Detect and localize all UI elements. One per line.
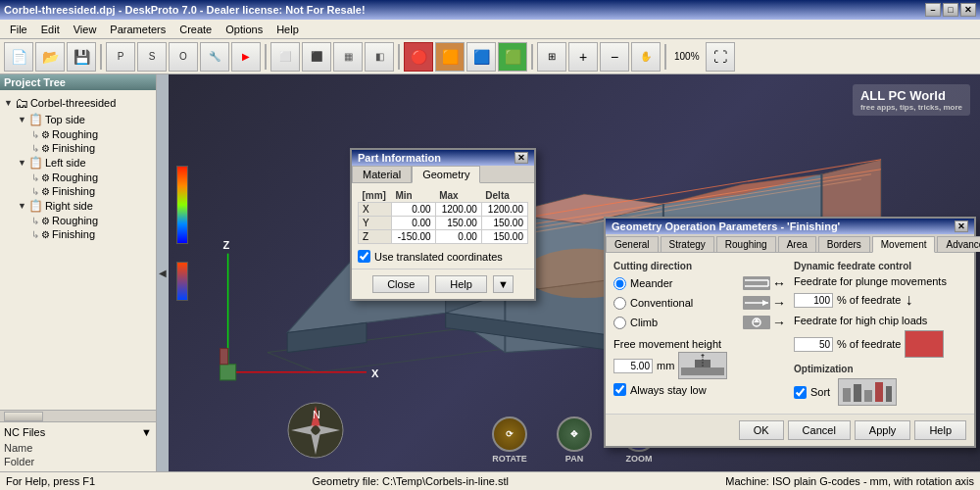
top-side-expand[interactable]: ▼: [18, 115, 26, 124]
table-row-y: Y 0.00 150.00 150.00: [359, 217, 528, 230]
side-button[interactable]: S: [137, 42, 167, 72]
tree-right-roughing[interactable]: ↳ ⚙ Roughing: [4, 214, 152, 227]
tree-root[interactable]: ▼ 🗂 Corbel-threesided: [4, 94, 152, 112]
tree-left-side[interactable]: ▼ 📋 Left side: [4, 155, 152, 171]
geom-tab-movement[interactable]: Movement: [872, 236, 936, 253]
tree-left-finishing[interactable]: ↳ ⚙ Finishing: [4, 184, 152, 198]
geom-ok-btn[interactable]: OK: [739, 420, 784, 440]
tree-top-finishing[interactable]: ↳ ⚙ Finishing: [4, 141, 152, 155]
geometry-file: Geometry file: C:\Temp\Corbels-in-line.s…: [312, 475, 509, 487]
plunge-input[interactable]: [794, 293, 833, 308]
render-btn3[interactable]: 🟦: [466, 42, 496, 72]
optimization-section: Optimization Sort: [794, 364, 966, 406]
hscroll-thumb[interactable]: [4, 412, 43, 421]
tab-material[interactable]: Material: [352, 166, 412, 182]
zoom-out[interactable]: −: [600, 42, 629, 72]
render-btn1[interactable]: 🔴: [404, 42, 433, 72]
part-info-buttons: Close Help ▼: [352, 269, 534, 299]
sidebar-collapse[interactable]: ◀: [157, 74, 169, 471]
part-info-dropdown-btn[interactable]: ▼: [493, 275, 514, 293]
meander-radio[interactable]: [613, 277, 626, 290]
root-expand[interactable]: ▼: [4, 98, 13, 108]
new-button[interactable]: 📄: [4, 42, 33, 72]
svg-text:Z: Z: [223, 239, 230, 251]
minimize-button[interactable]: –: [925, 3, 941, 17]
cutting-dir-label: Cutting direction: [613, 261, 786, 271]
pan-button[interactable]: ✥: [557, 416, 592, 452]
part-info-help-btn[interactable]: Help: [435, 275, 487, 293]
svg-rect-58: [875, 382, 883, 402]
tree-left-roughing[interactable]: ↳ ⚙ Roughing: [4, 171, 152, 184]
menu-file[interactable]: File: [4, 22, 33, 37]
zoom-in[interactable]: +: [568, 42, 598, 72]
translated-coords-checkbox[interactable]: [358, 250, 370, 263]
tree-top-roughing[interactable]: ↳ ⚙ Roughing: [4, 127, 152, 141]
right-side-expand[interactable]: ▼: [18, 201, 26, 211]
highchip-input[interactable]: [794, 337, 833, 352]
rotate-button[interactable]: ⟳: [492, 416, 527, 452]
conventional-arrow: →: [772, 295, 786, 311]
climb-radio[interactable]: [613, 317, 626, 329]
conventional-radio[interactable]: [613, 297, 626, 310]
save-button[interactable]: 💾: [67, 42, 96, 72]
pan-btn[interactable]: ✋: [631, 42, 661, 72]
sep2: [265, 44, 267, 70]
maximize-button[interactable]: □: [943, 3, 958, 17]
tree-left-side-label: Left side: [45, 157, 86, 169]
geom-cancel-btn[interactable]: Cancel: [788, 420, 851, 440]
sort-checkbox[interactable]: [794, 386, 807, 399]
open-button[interactable]: 📂: [35, 42, 65, 72]
meander-icon: [743, 276, 770, 290]
extra-btn[interactable]: ⛶: [706, 42, 735, 72]
tree-top-side[interactable]: ▼ 📋 Top side: [4, 112, 152, 127]
tree-right-side[interactable]: ▼ 📋 Right side: [4, 198, 152, 214]
svg-rect-34: [220, 349, 228, 365]
free-height-row: Free movement height: [613, 338, 786, 350]
view-btn1[interactable]: ⬜: [270, 42, 300, 72]
viewport: ALL PC World free apps, tips, tricks, mo…: [169, 74, 980, 471]
sidebar-hscroll[interactable]: [0, 410, 156, 421]
zoom-fit[interactable]: ⊞: [537, 42, 566, 72]
free-height-input[interactable]: [613, 359, 653, 373]
always-stay-checkbox[interactable]: [613, 383, 626, 396]
menu-edit[interactable]: Edit: [35, 22, 66, 37]
conventional-label: Conventional: [630, 297, 693, 309]
close-button[interactable]: ✕: [960, 3, 976, 17]
geom-tab-area[interactable]: Area: [778, 236, 816, 252]
tree-right-finishing[interactable]: ↳ ⚙ Finishing: [4, 227, 152, 241]
part-info-tabs: Material Geometry: [352, 166, 534, 183]
tree-top-finishing-label: Finishing: [52, 142, 95, 154]
geom-dialog-tabs: General Strategy Roughing Area Borders M…: [606, 234, 974, 253]
geom-tab-strategy[interactable]: Strategy: [661, 236, 714, 252]
tool-btn[interactable]: 🔧: [200, 42, 229, 72]
view-btn3[interactable]: ▦: [333, 42, 363, 72]
geom-tab-general[interactable]: General: [606, 236, 659, 252]
op-button[interactable]: O: [169, 42, 198, 72]
col-delta: Delta: [481, 189, 527, 203]
geom-help-btn[interactable]: Help: [914, 420, 966, 440]
part-button[interactable]: P: [106, 42, 135, 72]
calc-button[interactable]: ▶: [231, 42, 261, 72]
menu-parameters[interactable]: Parameters: [104, 22, 172, 37]
geom-tab-borders[interactable]: Borders: [818, 236, 870, 252]
geom-apply-btn[interactable]: Apply: [855, 420, 911, 440]
tab-geometry[interactable]: Geometry: [412, 166, 480, 183]
menu-view[interactable]: View: [68, 22, 103, 37]
geom-tab-roughing[interactable]: Roughing: [716, 236, 776, 252]
geom-tab-advanced[interactable]: Advanced: [937, 236, 980, 252]
render-btn4[interactable]: 🟩: [498, 42, 527, 72]
view-btn4[interactable]: ◧: [365, 42, 394, 72]
menu-help[interactable]: Help: [270, 22, 305, 37]
menu-create[interactable]: Create: [173, 22, 218, 37]
left-side-expand[interactable]: ▼: [18, 158, 26, 168]
sort-label: Sort: [810, 386, 830, 398]
geom-op-dialog: Geometry Operation Parameters - 'Finishi…: [604, 217, 976, 448]
part-info-close-btn[interactable]: Close: [372, 275, 429, 293]
menu-options[interactable]: Options: [220, 22, 269, 37]
part-info-close[interactable]: ✕: [514, 152, 528, 164]
view-btn2[interactable]: ⬛: [302, 42, 331, 72]
nc-files-dropdown[interactable]: ▼: [141, 426, 152, 438]
svg-rect-59: [886, 386, 892, 402]
render-btn2[interactable]: 🟧: [435, 42, 465, 72]
geom-dialog-close[interactable]: ✕: [955, 220, 968, 232]
